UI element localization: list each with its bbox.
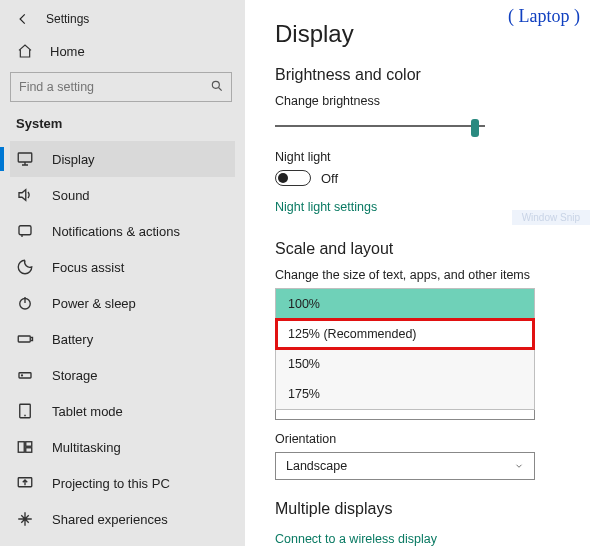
search-box[interactable] [10, 72, 232, 102]
chevron-down-icon [514, 461, 524, 471]
night-light-settings-link[interactable]: Night light settings [275, 200, 377, 214]
sidebar-item-projecting[interactable]: Projecting to this PC [10, 465, 235, 501]
svg-point-0 [212, 81, 219, 88]
svg-rect-2 [19, 226, 31, 235]
focus-assist-icon [16, 258, 34, 276]
window-snip-overlay: Window Snip [512, 210, 590, 225]
scale-label: Change the size of text, apps, and other… [275, 268, 578, 282]
projecting-icon [16, 474, 34, 492]
sidebar: Settings Home System Display Sound [0, 0, 245, 546]
back-button[interactable] [16, 12, 30, 26]
sidebar-item-label: Multitasking [52, 440, 121, 455]
night-light-state: Off [321, 171, 338, 186]
search-icon [210, 79, 224, 93]
scale-option-150[interactable]: 150% [276, 349, 534, 379]
multitasking-icon [16, 438, 34, 456]
sidebar-item-sound[interactable]: Sound [10, 177, 235, 213]
sound-icon [16, 186, 34, 204]
sidebar-item-label: Notifications & actions [52, 224, 180, 239]
sidebar-item-label: Projecting to this PC [52, 476, 170, 491]
scale-option-100[interactable]: 100% [276, 289, 534, 319]
svg-rect-8 [18, 442, 24, 453]
notifications-icon [16, 222, 34, 240]
sidebar-item-label: Power & sleep [52, 296, 136, 311]
main-content: ( Laptop ) Display Brightness and color … [245, 0, 600, 546]
scale-option-175[interactable]: 175% [276, 379, 534, 409]
display-icon [16, 150, 34, 168]
sidebar-item-shared-experiences[interactable]: Shared experiences [10, 501, 235, 537]
sidebar-item-tablet-mode[interactable]: Tablet mode [10, 393, 235, 429]
sidebar-item-label: Focus assist [52, 260, 124, 275]
sidebar-nav: Display Sound Notifications & actions Fo… [10, 141, 235, 537]
orientation-label: Orientation [275, 432, 578, 446]
svg-rect-4 [18, 336, 30, 342]
home-label: Home [50, 44, 85, 59]
sidebar-item-battery[interactable]: Battery [10, 321, 235, 357]
brightness-label: Change brightness [275, 94, 578, 108]
svg-rect-5 [19, 373, 31, 378]
power-icon [16, 294, 34, 312]
battery-icon [16, 330, 34, 348]
sidebar-item-focus-assist[interactable]: Focus assist [10, 249, 235, 285]
sidebar-item-label: Sound [52, 188, 90, 203]
night-light-label: Night light [275, 150, 578, 164]
sidebar-item-label: Tablet mode [52, 404, 123, 419]
storage-icon [16, 366, 34, 384]
window-title: Settings [46, 12, 89, 26]
night-light-toggle[interactable] [275, 170, 311, 186]
slider-thumb[interactable] [471, 119, 479, 137]
home-icon [16, 42, 34, 60]
svg-rect-9 [26, 442, 32, 447]
sidebar-item-label: Display [52, 152, 95, 167]
svg-rect-10 [26, 448, 32, 453]
scale-option-125[interactable]: 125% (Recommended) [276, 319, 534, 349]
sidebar-item-storage[interactable]: Storage [10, 357, 235, 393]
sidebar-home[interactable]: Home [10, 36, 235, 72]
slider-track [275, 125, 485, 127]
sidebar-item-label: Storage [52, 368, 98, 383]
orientation-value: Landscape [286, 459, 347, 473]
titlebar: Settings [10, 8, 235, 36]
section-brightness-color: Brightness and color [275, 66, 578, 84]
orientation-select[interactable]: Landscape [275, 452, 535, 480]
section-scale-layout: Scale and layout [275, 240, 578, 258]
connect-wireless-display-link[interactable]: Connect to a wireless display [275, 532, 437, 546]
section-multiple-displays: Multiple displays [275, 500, 578, 518]
svg-rect-1 [18, 153, 32, 162]
sidebar-item-notifications[interactable]: Notifications & actions [10, 213, 235, 249]
brightness-slider[interactable] [275, 116, 485, 136]
sidebar-item-label: Shared experiences [52, 512, 168, 527]
sidebar-item-label: Battery [52, 332, 93, 347]
sidebar-item-multitasking[interactable]: Multitasking [10, 429, 235, 465]
search-input[interactable] [10, 72, 232, 102]
tablet-icon [16, 402, 34, 420]
svg-point-6 [22, 375, 23, 376]
shared-experiences-icon [16, 510, 34, 528]
sidebar-section-system: System [10, 116, 235, 141]
sidebar-item-power-sleep[interactable]: Power & sleep [10, 285, 235, 321]
sidebar-item-display[interactable]: Display [10, 141, 235, 177]
scale-dropdown[interactable]: 100% 125% (Recommended) 150% 175% [275, 288, 535, 410]
scale-select-border [275, 410, 535, 420]
annotation-laptop: ( Laptop ) [508, 6, 580, 27]
